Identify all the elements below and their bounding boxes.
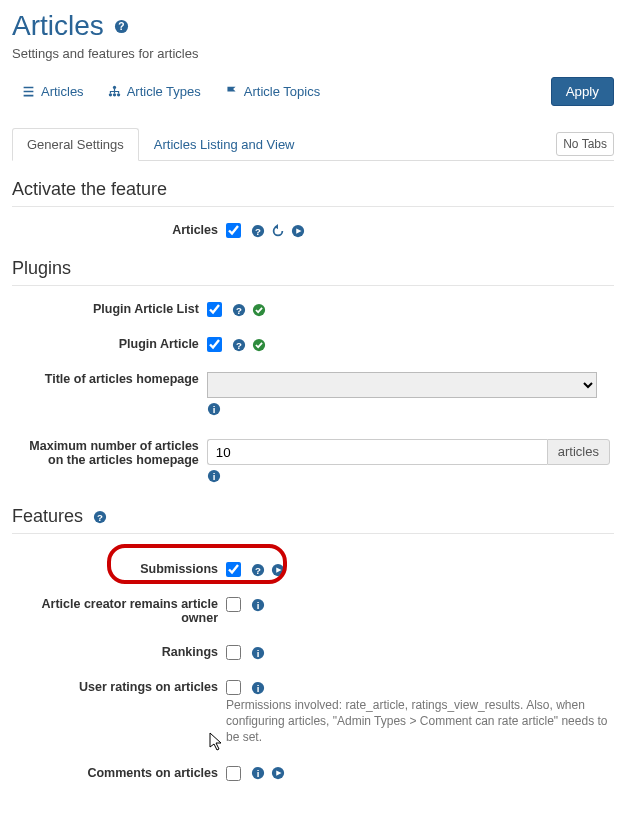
label-rankings: Rankings bbox=[12, 635, 222, 670]
help-icon[interactable] bbox=[93, 510, 107, 524]
label-max-articles: Maximum number of articles on the articl… bbox=[12, 429, 203, 496]
checkbox-user-ratings[interactable] bbox=[226, 680, 241, 695]
addon-articles: articles bbox=[547, 439, 610, 465]
tab-listing-view[interactable]: Articles Listing and View bbox=[139, 128, 310, 161]
info-icon[interactable] bbox=[251, 766, 265, 780]
nav-article-types-label: Article Types bbox=[127, 84, 201, 99]
info-icon[interactable] bbox=[251, 646, 265, 660]
label-articles: Articles bbox=[12, 213, 222, 248]
tab-general-settings[interactable]: General Settings bbox=[12, 128, 139, 161]
info-icon[interactable] bbox=[207, 469, 221, 483]
page-subtitle: Settings and features for articles bbox=[12, 46, 614, 61]
play-icon[interactable] bbox=[271, 563, 285, 577]
play-icon[interactable] bbox=[291, 224, 305, 238]
checkbox-comments[interactable] bbox=[226, 766, 241, 781]
desc-user-ratings: Permissions involved: rate_article, rati… bbox=[226, 697, 610, 746]
info-icon[interactable] bbox=[251, 681, 265, 695]
info-icon[interactable] bbox=[207, 402, 221, 416]
nav-article-topics[interactable]: Article Topics bbox=[225, 84, 320, 99]
flag-icon bbox=[225, 85, 238, 98]
label-comments: Comments on articles bbox=[12, 756, 222, 791]
no-tabs-button[interactable]: No Tabs bbox=[556, 132, 614, 156]
help-icon[interactable] bbox=[232, 303, 246, 317]
list-icon bbox=[22, 85, 35, 98]
refresh-icon[interactable] bbox=[271, 224, 285, 238]
tabs: General Settings Articles Listing and Vi… bbox=[12, 128, 310, 160]
section-features: Features bbox=[12, 506, 614, 534]
checkbox-articles[interactable] bbox=[226, 223, 241, 238]
select-title-homepage[interactable] bbox=[207, 372, 597, 398]
section-activate: Activate the feature bbox=[12, 179, 614, 207]
checkbox-creator-owner[interactable] bbox=[226, 597, 241, 612]
section-features-label: Features bbox=[12, 506, 83, 527]
nav-article-types[interactable]: Article Types bbox=[108, 84, 201, 99]
help-icon[interactable] bbox=[251, 224, 265, 238]
nav-articles-label: Articles bbox=[41, 84, 84, 99]
section-plugins: Plugins bbox=[12, 258, 614, 286]
label-plugin-article: Plugin Article bbox=[12, 327, 203, 362]
check-icon bbox=[252, 338, 266, 352]
info-icon[interactable] bbox=[251, 598, 265, 612]
nav-article-topics-label: Article Topics bbox=[244, 84, 320, 99]
apply-button[interactable]: Apply bbox=[551, 77, 614, 106]
checkbox-plugin-article-list[interactable] bbox=[207, 302, 222, 317]
label-submissions: Submissions bbox=[12, 540, 222, 587]
tree-icon bbox=[108, 85, 121, 98]
checkbox-submissions[interactable] bbox=[226, 562, 241, 577]
nav-articles[interactable]: Articles bbox=[22, 84, 84, 99]
help-icon[interactable] bbox=[232, 338, 246, 352]
input-max-articles[interactable] bbox=[207, 439, 547, 465]
page-title-text: Articles bbox=[12, 10, 104, 42]
help-icon[interactable] bbox=[251, 563, 265, 577]
checkbox-plugin-article[interactable] bbox=[207, 337, 222, 352]
check-icon bbox=[252, 303, 266, 317]
nav-links: Articles Article Types Article Topics bbox=[12, 84, 320, 99]
checkbox-rankings[interactable] bbox=[226, 645, 241, 660]
label-user-ratings: User ratings on articles bbox=[12, 670, 222, 756]
label-creator-owner: Article creator remains article owner bbox=[12, 587, 222, 635]
label-title-homepage: Title of articles homepage bbox=[12, 362, 203, 429]
play-icon[interactable] bbox=[271, 766, 285, 780]
label-plugin-article-list: Plugin Article List bbox=[12, 292, 203, 327]
page-title: Articles bbox=[12, 10, 614, 42]
help-icon[interactable] bbox=[114, 19, 129, 34]
